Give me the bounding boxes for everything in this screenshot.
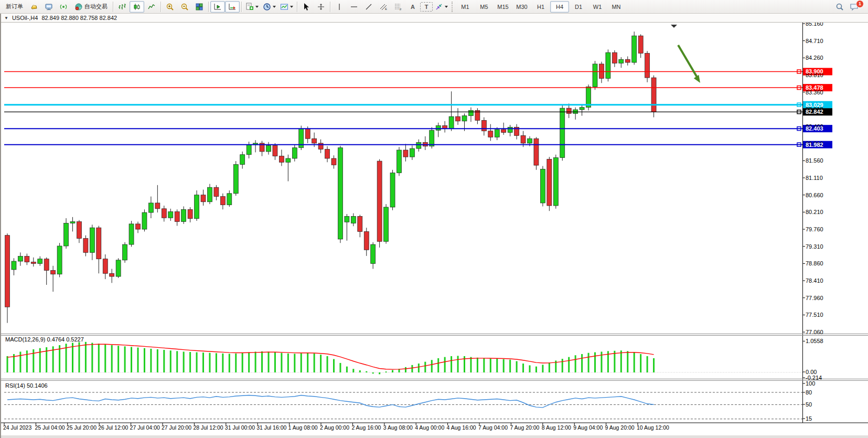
- periods-button[interactable]: [261, 1, 278, 13]
- auto-scroll-icon[interactable]: [225, 1, 240, 13]
- rsi-label: RSI(14) 50.1406: [5, 382, 48, 389]
- price-tag: 82.403: [806, 125, 823, 132]
- price-tick-label: 77.510: [806, 312, 823, 318]
- price-tag: 82.842: [806, 109, 823, 115]
- time-axis-label: 25 Jul 04:00: [35, 424, 65, 431]
- label-tool-button[interactable]: T: [420, 2, 433, 12]
- time-axis-label: 9 Aug 04:00: [573, 424, 603, 431]
- trendline-icon[interactable]: [361, 1, 376, 13]
- macd-scale-label: 1.0558: [806, 338, 823, 344]
- rsi-scale-label: 100: [806, 380, 815, 387]
- bar-chart-icon[interactable]: [115, 1, 130, 13]
- macd-label: MACD(12,26,9) 0.4764 0.5227: [5, 336, 84, 343]
- timeframe-m30-button[interactable]: M30: [512, 1, 531, 13]
- time-axis-label: 27 Jul 20:00: [162, 424, 191, 431]
- tile-windows-icon[interactable]: [192, 1, 207, 13]
- toolbar-separator: [241, 2, 242, 12]
- fibonacci-icon[interactable]: F: [391, 1, 405, 13]
- shapes-button[interactable]: [433, 1, 450, 13]
- time-axis-label: 26 Jul 12:00: [98, 424, 128, 431]
- chart-title-bar[interactable]: ▼ USOil-,H4 82.849 82.880 82.758 82.842: [1, 14, 868, 23]
- toolbar-separator: [297, 2, 297, 12]
- rsi-scale-label: 80: [806, 389, 812, 396]
- svg-text:F: F: [400, 8, 402, 11]
- time-axis-label: 9 Aug 20:00: [605, 424, 635, 431]
- notification-badge: 1: [856, 0, 864, 8]
- price-tick-label: 80.210: [806, 209, 823, 215]
- toolbar-separator: [330, 2, 330, 12]
- price-tag: 81.982: [806, 142, 823, 148]
- time-axis-label: 28 Jul 12:00: [193, 424, 223, 431]
- chart-window: ▼ USOil-,H4 82.849 82.880 82.758 82.842 …: [0, 14, 868, 438]
- price-tick-label: 79.310: [806, 243, 823, 250]
- timeframe-mn-button[interactable]: MN: [607, 1, 626, 13]
- timeframe-d1-button[interactable]: D1: [569, 1, 588, 13]
- gold-nugget-icon[interactable]: [27, 1, 41, 13]
- chevron-down-icon: [255, 6, 259, 8]
- time-axis-label: 10 Aug 12:00: [637, 424, 669, 431]
- time-axis-label: 4 Aug 00:00: [415, 424, 444, 431]
- zoom-in-icon[interactable]: [163, 1, 177, 13]
- timeframe-m1-button[interactable]: M1: [456, 1, 475, 13]
- line-chart-icon[interactable]: [144, 1, 159, 13]
- time-axis-label: 4 Aug 16:00: [447, 424, 476, 431]
- chart-shift-marker: [671, 25, 677, 28]
- new-order-button[interactable]: 新订单: [2, 1, 27, 13]
- price-tick-label: 81.110: [806, 175, 823, 181]
- terminal-icon[interactable]: [41, 1, 56, 13]
- templates-button[interactable]: [278, 1, 295, 13]
- vertical-line-icon[interactable]: [332, 1, 347, 13]
- price-chart[interactable]: 85.16084.71084.26083.81083.36082.91082.4…: [1, 23, 868, 438]
- rsi-scale-label: 50: [806, 401, 812, 408]
- horizontal-line-icon[interactable]: [347, 1, 361, 13]
- svg-text:E: E: [385, 7, 387, 10]
- timeframe-m5-button[interactable]: M5: [475, 1, 494, 13]
- rsi-scale-label: 15: [806, 415, 812, 422]
- timeframe-m15-button[interactable]: M15: [494, 1, 512, 13]
- toolbar-separator: [113, 2, 113, 12]
- macd-signal-line: [7, 344, 654, 369]
- time-axis-label: 1 Aug 08:00: [288, 424, 318, 431]
- chart-shift-icon[interactable]: [210, 1, 225, 13]
- collapse-icon[interactable]: ▼: [4, 16, 8, 20]
- timeframe-h1-button[interactable]: H1: [531, 1, 550, 13]
- time-axis-label: 25 Jul 20:00: [67, 424, 97, 431]
- time-axis-label: 31 Jul 00:00: [225, 424, 255, 431]
- autotrade-label: 自动交易: [84, 3, 108, 10]
- price-tick-label: 84.260: [806, 55, 823, 61]
- time-axis-label: 2 Aug 00:00: [320, 424, 349, 431]
- search-icon[interactable]: [832, 1, 847, 13]
- timeframe-h4-button[interactable]: H4: [550, 1, 569, 13]
- price-tick-label: 78.410: [806, 277, 823, 284]
- toolbar-grip[interactable]: [452, 2, 454, 12]
- price-tag: 83.029: [806, 102, 823, 108]
- drawn-arrow-annotation: [678, 45, 697, 77]
- time-axis-label: 7 Aug 04:00: [478, 424, 508, 431]
- crosshair-icon[interactable]: [314, 1, 328, 13]
- time-axis-label: 7 Aug 20:00: [510, 424, 539, 431]
- chat-button[interactable]: 1: [847, 1, 862, 13]
- toolbar-separator: [160, 2, 161, 12]
- cursor-icon[interactable]: [299, 1, 314, 13]
- price-tick-label: 80.660: [806, 192, 823, 198]
- chevron-down-icon: [273, 6, 276, 8]
- main-toolbar: 新订单 自动交易: [0, 0, 868, 14]
- rsi-line: [7, 396, 654, 408]
- time-axis-label: 24 Jul 2023: [3, 424, 31, 431]
- autotrade-button[interactable]: 自动交易: [71, 1, 111, 13]
- price-tag: 83.900: [806, 68, 823, 74]
- chevron-down-icon: [290, 6, 293, 8]
- candlestick-icon[interactable]: [130, 1, 144, 13]
- timeframe-w1-button[interactable]: W1: [588, 1, 607, 13]
- price-tick-label: 85.160: [806, 23, 823, 27]
- time-axis-label: 3 Aug 08:00: [383, 424, 413, 431]
- price-tick-label: 77.960: [806, 295, 823, 301]
- signal-icon[interactable]: [56, 1, 71, 13]
- mt4-application: 新订单 自动交易: [0, 0, 868, 438]
- equidistant-channel-icon[interactable]: E: [376, 1, 391, 13]
- indicators-button[interactable]: [243, 1, 261, 13]
- price-tick-label: 78.860: [806, 260, 823, 266]
- chevron-down-icon: [445, 6, 448, 8]
- text-tool-button[interactable]: A: [405, 1, 420, 13]
- zoom-out-icon[interactable]: [177, 1, 192, 13]
